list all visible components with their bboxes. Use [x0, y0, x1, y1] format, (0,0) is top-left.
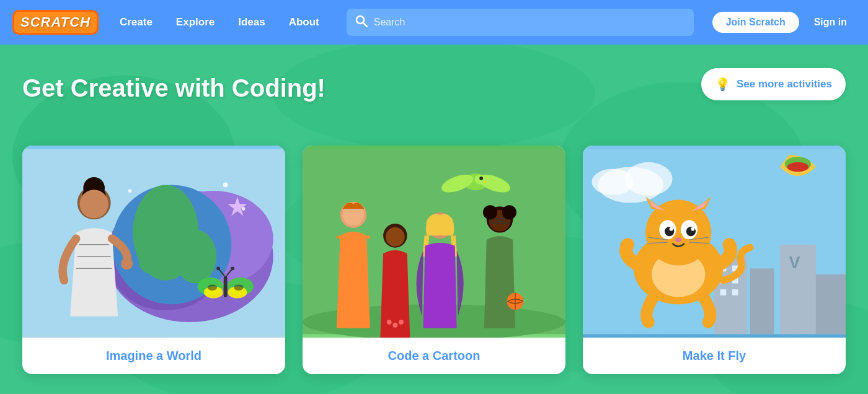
svg-point-32 [231, 266, 234, 270]
card-code-cartoon[interactable]: Code a Cartoon [303, 146, 565, 374]
svg-point-46 [475, 175, 484, 184]
navbar: SCRATCH Create Explore Ideas About Join … [0, 0, 868, 45]
scratch-logo[interactable]: SCRATCH [12, 10, 99, 35]
nav-create-link[interactable]: Create [111, 11, 161, 33]
card-code-cartoon-label: Code a Cartoon [303, 338, 565, 374]
svg-text:V: V [789, 253, 800, 272]
hero-title: Get Creative with Coding! [22, 74, 326, 102]
hero-section: Get Creative with Coding! 💡 See more act… [0, 45, 868, 394]
card-make-fly-label: Make It Fly [583, 338, 846, 374]
nav-right: Join Scratch Sign in [712, 12, 856, 33]
card-imagine-world-image [22, 146, 285, 338]
svg-point-36 [80, 190, 108, 218]
join-scratch-button[interactable]: Join Scratch [712, 12, 799, 33]
svg-point-95 [670, 227, 673, 231]
svg-point-83 [787, 162, 809, 172]
svg-line-1 [363, 23, 367, 27]
activity-cards-row: Imagine a World [22, 146, 846, 374]
svg-point-86 [645, 200, 711, 266]
card-imagine-world-label: Imagine a World [22, 338, 285, 374]
svg-point-18 [223, 183, 228, 188]
svg-rect-74 [816, 274, 846, 334]
card-make-fly[interactable]: V [583, 146, 846, 374]
svg-point-30 [216, 266, 220, 270]
svg-point-40 [121, 258, 133, 269]
bulb-icon: 💡 [715, 77, 730, 92]
svg-point-27 [234, 284, 243, 291]
search-bar[interactable] [347, 9, 694, 36]
svg-point-93 [665, 227, 674, 236]
svg-point-54 [387, 320, 392, 325]
search-input[interactable] [374, 17, 685, 28]
search-icon [355, 15, 368, 30]
svg-point-63 [483, 205, 497, 219]
svg-point-17 [139, 250, 169, 274]
card-code-cartoon-image [303, 146, 565, 338]
svg-point-64 [502, 205, 516, 219]
see-more-activities-button[interactable]: 💡 See more activities [701, 68, 846, 100]
svg-point-94 [686, 227, 696, 236]
svg-rect-79 [720, 289, 727, 296]
svg-point-96 [691, 227, 694, 231]
sign-in-link[interactable]: Sign in [805, 12, 856, 33]
nav-ideas-link[interactable]: Ideas [229, 11, 273, 33]
svg-point-55 [393, 323, 398, 328]
nav-explore-link[interactable]: Explore [167, 11, 223, 33]
svg-point-26 [208, 284, 217, 291]
svg-point-16 [175, 230, 216, 284]
svg-point-56 [399, 320, 404, 325]
nav-about-link[interactable]: About [280, 11, 328, 33]
svg-rect-28 [224, 276, 228, 297]
svg-rect-80 [732, 289, 738, 296]
svg-rect-72 [750, 268, 774, 334]
svg-point-70 [591, 169, 633, 195]
svg-point-47 [479, 177, 483, 180]
svg-rect-51 [337, 235, 370, 239]
svg-point-20 [128, 189, 132, 193]
card-imagine-world[interactable]: Imagine a World [22, 146, 285, 374]
see-more-label: See more activities [737, 78, 832, 90]
svg-point-53 [386, 227, 405, 247]
card-make-fly-image: V [583, 146, 846, 338]
svg-point-97 [675, 237, 682, 242]
